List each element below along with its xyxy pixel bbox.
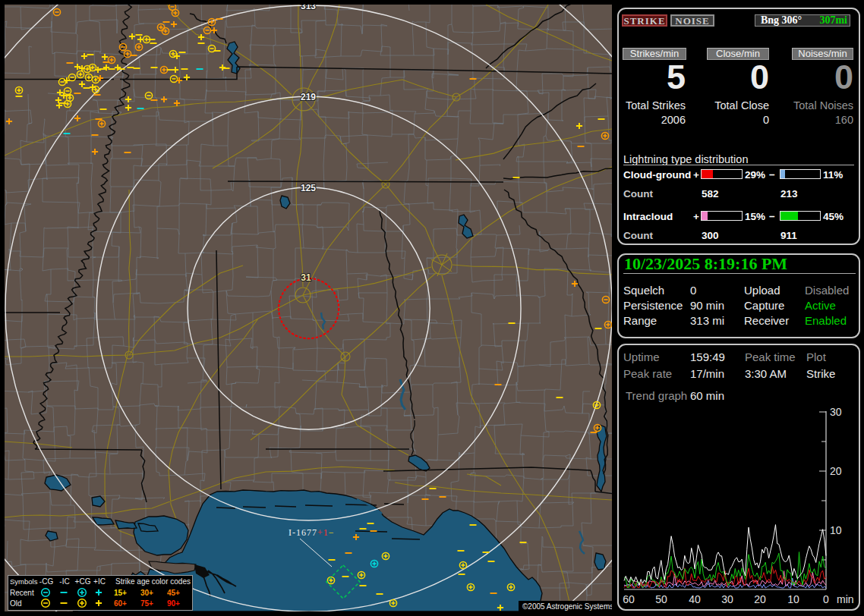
svg-text:60: 60 — [623, 593, 635, 605]
svg-text:125: 125 — [301, 183, 316, 193]
svg-text:219: 219 — [301, 92, 316, 102]
svg-text:©2005 Astrogenic Systems: ©2005 Astrogenic Systems — [522, 602, 612, 611]
svg-text:-CG: -CG — [39, 577, 54, 586]
svg-text:30: 30 — [721, 593, 733, 605]
svg-text:50: 50 — [655, 593, 667, 605]
svg-text:10: 10 — [787, 593, 799, 605]
svg-text:Strike age color codes: Strike age color codes — [115, 577, 191, 586]
svg-text:Old: Old — [10, 599, 22, 608]
svg-text:10: 10 — [830, 524, 842, 536]
svg-text:30: 30 — [830, 406, 842, 418]
svg-text:0: 0 — [823, 593, 829, 605]
svg-text:min: min — [837, 593, 854, 605]
svg-text:Recent: Recent — [10, 589, 34, 597]
svg-text:20: 20 — [754, 593, 766, 605]
svg-text:40: 40 — [689, 593, 701, 605]
svg-text:+IC: +IC — [93, 577, 106, 586]
svg-text:75+: 75+ — [140, 599, 153, 608]
svg-text:45+: 45+ — [167, 589, 180, 597]
svg-text:31: 31 — [301, 272, 311, 283]
svg-text:90+: 90+ — [167, 599, 180, 608]
svg-text:+CG: +CG — [75, 577, 91, 586]
svg-text:I-1677+1−: I-1677+1− — [289, 527, 335, 538]
svg-text:20: 20 — [830, 465, 842, 477]
svg-text:15+: 15+ — [114, 589, 127, 597]
svg-text:60+: 60+ — [114, 599, 127, 608]
svg-text:30+: 30+ — [140, 589, 153, 597]
svg-text:313: 313 — [301, 5, 316, 11]
svg-text:-IC: -IC — [59, 577, 69, 586]
svg-text:Symbols: Symbols — [10, 577, 38, 586]
